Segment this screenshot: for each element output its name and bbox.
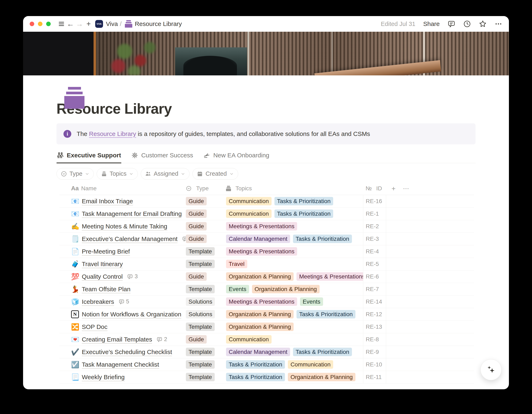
page-link[interactable]: Quality Control bbox=[82, 273, 123, 280]
page-link[interactable]: Weekly Briefing bbox=[82, 374, 125, 381]
cell-name[interactable]: ☑️Task Management Checklist bbox=[59, 361, 183, 368]
filter-created[interactable]: Created bbox=[192, 168, 238, 180]
share-button[interactable]: Share bbox=[423, 20, 440, 27]
cell-name[interactable]: 🧊Icebreakers5 bbox=[59, 298, 183, 305]
cell-id[interactable]: RE-1 bbox=[363, 208, 386, 220]
cell-name[interactable]: 📧Task Management for Email Drafting bbox=[59, 210, 183, 217]
page-link[interactable]: Icebreakers bbox=[82, 298, 114, 305]
cell-topics[interactable]: Tasks & PrioritizationOrganization & Pla… bbox=[223, 373, 363, 381]
cell-id[interactable]: RE-10 bbox=[363, 358, 386, 371]
page-link[interactable]: Pre-Meeting Brief bbox=[82, 248, 130, 255]
page-link[interactable]: Executive’s Scheduling Checklist bbox=[82, 348, 172, 356]
cell-topics[interactable]: Meetings & PresentationsEvents bbox=[223, 297, 363, 306]
cell-id[interactable]: RE-5 bbox=[363, 258, 386, 270]
cell-id[interactable]: RE-8 bbox=[363, 333, 386, 346]
cell-type[interactable]: Template bbox=[183, 348, 223, 356]
add-column-button[interactable]: + bbox=[391, 185, 396, 192]
filter-assigned[interactable]: Assigned bbox=[141, 168, 190, 180]
tab-executive-support[interactable]: Executive Support bbox=[57, 150, 121, 163]
cell-type[interactable]: Template bbox=[183, 373, 223, 381]
cell-id[interactable]: RE-12 bbox=[363, 308, 386, 320]
cell-type[interactable]: Guide bbox=[183, 197, 223, 205]
cell-topics[interactable]: CommunicationTasks & Prioritization bbox=[223, 197, 363, 205]
cell-type[interactable]: Solutions bbox=[183, 310, 223, 319]
cell-topics[interactable]: Organization & PlanningTasks & Prioritiz… bbox=[223, 310, 363, 319]
cell-name[interactable]: 🗒️Executive’s Calendar Management1 bbox=[59, 235, 183, 242]
breadcrumb-workspace[interactable]: Viva bbox=[106, 20, 118, 27]
cell-topics[interactable]: CommunicationTasks & Prioritization bbox=[223, 209, 363, 218]
page-link[interactable]: Email Inbox Triage bbox=[82, 198, 133, 205]
cell-topics[interactable]: Meetings & Presentations bbox=[223, 222, 363, 230]
cell-id[interactable]: RE-4 bbox=[363, 245, 386, 258]
cell-topics[interactable]: Organization & Planning bbox=[223, 322, 363, 331]
page-link[interactable]: Travel Itinerary bbox=[82, 261, 123, 268]
cell-type[interactable]: Guide bbox=[183, 235, 223, 243]
cell-topics[interactable]: EventsOrganization & Planning bbox=[223, 285, 363, 293]
tab-customer-success[interactable]: Customer Success bbox=[131, 150, 193, 163]
cell-id[interactable]: RE-3 bbox=[363, 233, 386, 245]
page-link[interactable]: Notion for Workflows & Organization bbox=[82, 311, 181, 318]
cell-id[interactable]: RE-6 bbox=[363, 270, 386, 283]
cell-type[interactable]: Guide bbox=[183, 335, 223, 344]
cell-name[interactable]: 💯Quality Control3 bbox=[59, 273, 183, 280]
cell-type[interactable]: Template bbox=[183, 260, 223, 268]
page-link[interactable]: Task Management for Email Drafting bbox=[82, 210, 182, 217]
favorite-star-icon[interactable] bbox=[479, 20, 487, 28]
filter-type[interactable]: Type bbox=[57, 168, 94, 180]
history-clock-icon[interactable] bbox=[463, 20, 471, 28]
cell-type[interactable]: Solutions bbox=[183, 297, 223, 306]
workspace-logo[interactable]: VIVA bbox=[95, 20, 103, 28]
cell-name[interactable]: ✍️Meeting Notes & Minute Taking bbox=[59, 223, 183, 230]
sidebar-toggle-icon[interactable] bbox=[57, 19, 66, 28]
cell-topics[interactable]: Organization & PlanningMeetings & Presen… bbox=[223, 272, 363, 281]
cell-topics[interactable]: Tasks & PrioritizationCommunication bbox=[223, 360, 363, 369]
page-link[interactable]: SOP Doc bbox=[82, 323, 108, 330]
notion-ai-button[interactable] bbox=[481, 359, 502, 380]
column-header-name[interactable]: Aa Name bbox=[59, 185, 183, 192]
cell-id[interactable]: RE-11 bbox=[363, 371, 386, 383]
column-header-topics[interactable]: Topics bbox=[223, 185, 363, 192]
callout-page-link[interactable]: Resource Library bbox=[89, 130, 136, 137]
back-button[interactable]: ← bbox=[66, 19, 75, 28]
minimize-window-button[interactable] bbox=[38, 22, 42, 26]
page-link[interactable]: Meeting Notes & Minute Taking bbox=[82, 223, 167, 230]
cell-id[interactable]: RE-14 bbox=[363, 296, 386, 308]
cell-id[interactable]: RE-2 bbox=[363, 220, 386, 233]
cell-name[interactable]: 📄Pre-Meeting Brief bbox=[59, 248, 183, 255]
cell-id[interactable]: RE-9 bbox=[363, 346, 386, 358]
new-tab-button[interactable]: + bbox=[84, 19, 93, 28]
cell-id[interactable]: RE-7 bbox=[363, 283, 386, 295]
cell-type[interactable]: Guide bbox=[183, 209, 223, 218]
comment-count[interactable]: 3 bbox=[127, 273, 138, 280]
cell-topics[interactable]: Calendar ManagementTasks & Prioritizatio… bbox=[223, 235, 363, 243]
close-window-button[interactable] bbox=[30, 22, 34, 26]
comment-count[interactable]: 5 bbox=[119, 299, 129, 305]
cell-type[interactable]: Template bbox=[183, 285, 223, 293]
cell-topics[interactable]: Meetings & Presentations bbox=[223, 247, 363, 256]
cell-name[interactable]: 💃Team Offsite Plan bbox=[59, 286, 183, 293]
cell-type[interactable]: Guide bbox=[183, 222, 223, 230]
filter-topics[interactable]: Topics bbox=[97, 168, 138, 180]
cell-type[interactable]: Template bbox=[183, 360, 223, 369]
cell-type[interactable]: Template bbox=[183, 247, 223, 256]
cell-name[interactable]: 💌Creating Email Templates2 bbox=[59, 336, 183, 343]
cell-name[interactable]: ✔️Executive’s Scheduling Checklist bbox=[59, 348, 183, 356]
page-link[interactable]: Team Offsite Plan bbox=[82, 286, 130, 293]
cell-topics[interactable]: Calendar ManagementTasks & Prioritizatio… bbox=[223, 348, 363, 356]
page-archive-icon-large[interactable] bbox=[64, 87, 85, 109]
comment-count[interactable]: 2 bbox=[157, 336, 167, 343]
cell-topics[interactable]: Communication bbox=[223, 335, 363, 344]
breadcrumb-page[interactable]: Resource Library bbox=[135, 20, 182, 27]
cell-name[interactable]: 📃Weekly Briefing bbox=[59, 374, 183, 381]
more-columns-button[interactable]: ⋯ bbox=[403, 185, 409, 192]
cell-id[interactable]: RE-13 bbox=[363, 321, 386, 333]
page-link[interactable]: Creating Email Templates bbox=[82, 336, 152, 343]
tab-new-ea-onboarding[interactable]: New EA Onboarding bbox=[203, 150, 270, 163]
column-header-type[interactable]: Type bbox=[183, 185, 223, 192]
cell-name[interactable]: 🔀SOP Doc bbox=[59, 323, 183, 330]
cell-name[interactable]: 🧳Travel Itinerary bbox=[59, 261, 183, 268]
cell-name[interactable]: NNotion for Workflows & Organization bbox=[59, 310, 183, 318]
cell-type[interactable]: Guide bbox=[183, 272, 223, 281]
cell-id[interactable]: RE-16 bbox=[363, 195, 386, 207]
page-link[interactable]: Task Management Checklist bbox=[82, 361, 159, 368]
